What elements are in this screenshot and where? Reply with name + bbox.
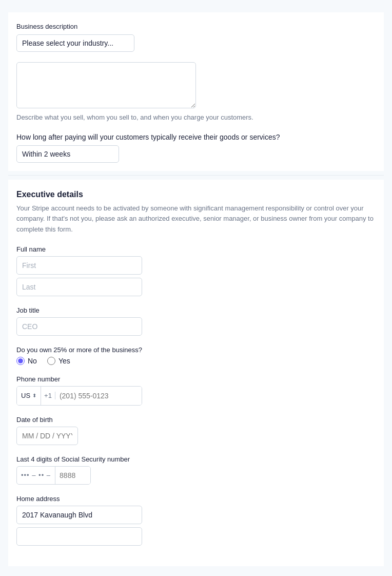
phone-input[interactable] [55,387,142,405]
address-input-line2[interactable] [16,527,142,546]
ownership-label: Do you own 25% or more of the business? [16,346,376,354]
ssn-label: Last 4 digits of Social Security number [16,455,376,463]
country-selector[interactable]: US ⬍ [17,387,41,405]
yes-radio[interactable] [47,357,55,365]
first-name-input[interactable] [16,256,142,275]
yes-label: Yes [58,357,70,365]
business-description-textarea[interactable] [16,62,196,108]
full-name-label: Full name [16,245,376,253]
ssn-row: ••• – •• – [16,466,91,485]
job-title-label: Job title [16,306,376,314]
phone-label: Phone number [16,375,376,383]
phone-row: US ⬍ +1 [16,386,142,406]
delivery-select[interactable]: Within 2 weeks Immediately Within a week… [16,145,119,163]
industry-select[interactable]: Please select your industry... Retail Te… [16,34,134,52]
ssn-input[interactable] [55,467,90,484]
dob-input[interactable] [16,427,78,445]
ssn-mask: ••• – •• – [17,467,55,484]
job-title-input[interactable] [16,317,142,336]
executive-description: Your Stripe account needs to be activate… [16,203,376,235]
business-description-label: Business description [16,23,376,30]
business-description-helper: Describe what you sell, whom you sell to… [16,112,376,123]
address-label: Home address [16,495,376,503]
no-radio[interactable] [16,357,25,365]
no-label: No [28,357,37,365]
country-chevron-icon: ⬍ [32,393,36,398]
country-code-text: US [21,392,30,399]
no-radio-label[interactable]: No [16,357,37,365]
dial-code: +1 [41,392,55,399]
last-name-input[interactable] [16,278,142,296]
delivery-question-label: How long after paying will your customer… [16,133,376,141]
address-input[interactable] [16,506,142,524]
dob-label: Date of birth [16,416,376,424]
yes-radio-label[interactable]: Yes [47,357,70,365]
executive-title: Executive details [16,190,376,199]
